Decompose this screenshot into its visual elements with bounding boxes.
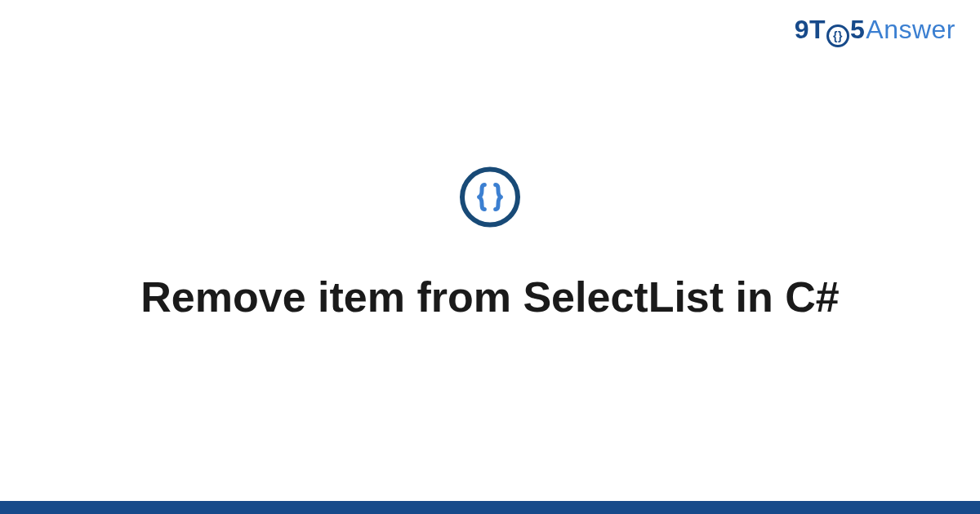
main-content: Remove item from SelectList in C# <box>0 167 980 322</box>
logo-text-9t: 9T <box>795 15 826 45</box>
logo-text-answer: Answer <box>866 15 956 45</box>
logo-text-5: 5 <box>850 15 865 45</box>
code-braces-icon <box>460 167 520 228</box>
logo-o-inner: {} <box>833 29 843 42</box>
page-title: Remove item from SelectList in C# <box>108 272 871 322</box>
footer-accent-bar <box>0 501 980 514</box>
logo-braces-o-icon: {} <box>826 24 849 47</box>
site-logo[interactable]: 9T {} 5 Answer <box>795 15 956 46</box>
